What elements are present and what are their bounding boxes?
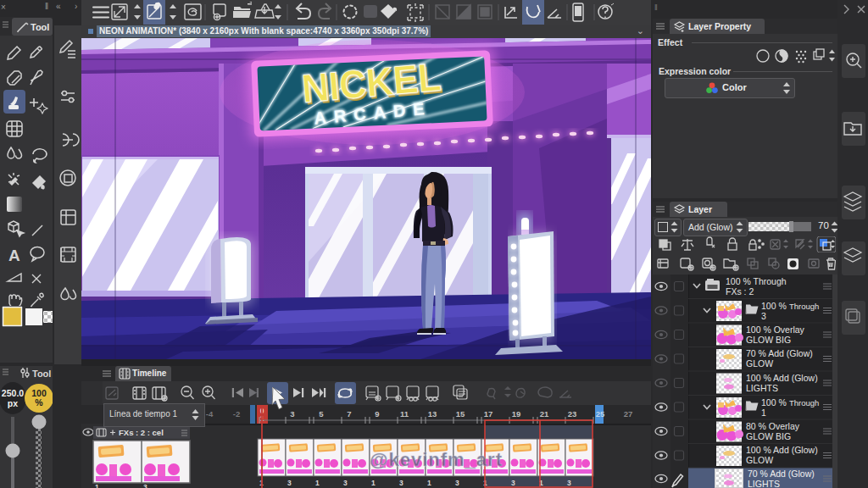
svg-text:100 %: 100 % xyxy=(761,397,787,408)
svg-text:19: 19 xyxy=(512,409,521,419)
svg-text:70 % Add (Glow): 70 % Add (Glow) xyxy=(748,469,815,479)
svg-text:100 % Through: 100 % Through xyxy=(726,276,787,286)
svg-text:Tool: Tool xyxy=(32,369,51,379)
svg-text:px: px xyxy=(8,398,18,408)
svg-text:5: 5 xyxy=(319,409,324,419)
svg-text:17: 17 xyxy=(484,409,493,419)
svg-text:3: 3 xyxy=(143,483,147,488)
svg-text:FXs : 2 : cel: FXs : 2 : cel xyxy=(119,428,164,437)
svg-text:LIGHTS: LIGHTS xyxy=(746,383,778,393)
svg-text:80 % Overlay: 80 % Overlay xyxy=(746,421,800,431)
svg-text:3: 3 xyxy=(761,311,766,321)
svg-text:1: 1 xyxy=(95,483,99,488)
svg-text:1: 1 xyxy=(427,479,431,487)
svg-text:27: 27 xyxy=(624,409,633,419)
svg-text:FXs : 2: FXs : 2 xyxy=(726,286,754,297)
svg-text:25: 25 xyxy=(596,409,605,419)
svg-text:GLOW BIG: GLOW BIG xyxy=(746,431,791,441)
svg-text:15: 15 xyxy=(456,409,465,419)
svg-text:100 % Overlay: 100 % Overlay xyxy=(746,324,805,335)
svg-text:1: 1 xyxy=(761,408,766,418)
svg-text:GLOW: GLOW xyxy=(746,358,773,369)
svg-text:GLOW: GLOW xyxy=(746,455,773,465)
svg-text:-4: -4 xyxy=(206,409,214,419)
svg-text:GLOW BIG: GLOW BIG xyxy=(746,335,791,345)
svg-text:100 % Add (Glow): 100 % Add (Glow) xyxy=(746,445,818,455)
svg-text:3: 3 xyxy=(455,479,459,487)
svg-text:250.0: 250.0 xyxy=(2,388,24,398)
svg-text:11: 11 xyxy=(400,409,409,419)
svg-text:3: 3 xyxy=(343,479,348,487)
svg-text:%: % xyxy=(35,397,43,408)
svg-text:3: 3 xyxy=(287,479,292,487)
svg-text:7: 7 xyxy=(347,409,351,419)
svg-text:3: 3 xyxy=(511,479,515,487)
svg-text:3: 3 xyxy=(567,479,571,487)
svg-text:21: 21 xyxy=(540,409,549,419)
svg-text:100 %: 100 % xyxy=(761,301,787,311)
svg-text:13: 13 xyxy=(428,409,437,419)
svg-text:1: 1 xyxy=(371,479,376,487)
svg-text:Through: Through xyxy=(789,302,819,311)
svg-text:-2: -2 xyxy=(233,409,240,419)
svg-text:LIGHTS: LIGHTS xyxy=(748,479,780,488)
svg-text:3: 3 xyxy=(290,409,294,419)
svg-text:A: A xyxy=(8,247,20,264)
svg-text:100 % Add (Glow): 100 % Add (Glow) xyxy=(746,373,818,383)
svg-text:3: 3 xyxy=(399,479,403,487)
svg-text:70 % Add (Glow): 70 % Add (Glow) xyxy=(746,348,813,358)
svg-text:23: 23 xyxy=(568,409,577,419)
svg-text:1: 1 xyxy=(315,479,320,487)
svg-text:9: 9 xyxy=(375,409,379,419)
svg-text:Tool: Tool xyxy=(31,22,49,32)
svg-text:Through: Through xyxy=(789,398,819,408)
